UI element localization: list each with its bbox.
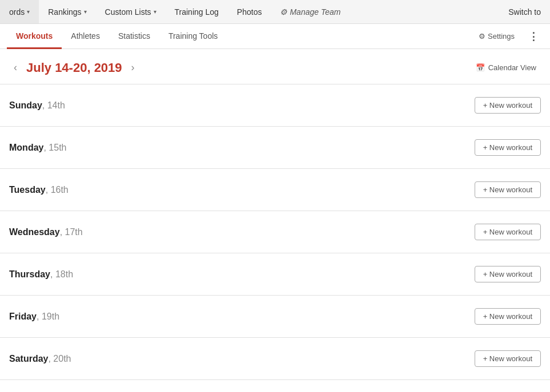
gear-icon: ⚙ — [280, 7, 287, 17]
new-workout-button-wednesday[interactable]: + New workout — [475, 224, 541, 240]
day-row-friday: Friday, 19th+ New workout — [0, 296, 550, 338]
day-row-sunday: Sunday, 14th+ New workout — [0, 84, 550, 127]
day-name-monday: Monday, 15th — [9, 143, 66, 153]
switch-to-label[interactable]: Switch to — [499, 0, 550, 23]
day-row-monday: Monday, 15th+ New workout — [0, 127, 550, 169]
top-nav: ords ▾ Rankings ▾ Custom Lists ▾ Trainin… — [0, 0, 550, 24]
day-name-friday: Friday, 19th — [9, 312, 59, 322]
more-icon: ⋮ — [528, 31, 539, 42]
day-num-tuesday: , 16th — [46, 185, 69, 195]
tab-label-athletes: Athletes — [71, 31, 100, 41]
day-num-monday: , 15th — [43, 143, 66, 152]
week-title: July 14-20, 2019 — [26, 60, 122, 75]
nav-label-rankings: Rankings — [48, 7, 81, 17]
new-workout-button-friday[interactable]: + New workout — [475, 308, 541, 325]
day-num-friday: , 19th — [37, 312, 59, 321]
nav-item-rankings[interactable]: Rankings ▾ — [39, 0, 95, 23]
nav-label-manage-team: Manage Team — [290, 7, 340, 17]
week-header: ‹ July 14-20, 2019 › 📅 Calendar View — [0, 49, 550, 84]
prev-week-button[interactable]: ‹ — [9, 59, 22, 76]
rankings-arrow-icon: ▾ — [84, 9, 87, 15]
next-week-button[interactable]: › — [127, 59, 139, 76]
new-workout-button-saturday[interactable]: + New workout — [475, 350, 541, 367]
custom-lists-arrow-icon: ▾ — [154, 9, 156, 15]
day-num-wednesday: , 17th — [60, 227, 83, 237]
sub-nav-right: ⚙ Settings ⋮ — [474, 28, 543, 45]
tab-label-workouts: Workouts — [16, 31, 53, 41]
nav-item-manage-team[interactable]: ⚙ Manage Team — [271, 0, 350, 23]
more-button[interactable]: ⋮ — [524, 28, 543, 45]
new-workout-button-monday[interactable]: + New workout — [475, 139, 541, 156]
day-name-wednesday: Wednesday, 17th — [9, 227, 83, 237]
sub-nav: Workouts Athletes Statistics Training To… — [0, 24, 550, 49]
nav-item-photos[interactable]: Photos — [228, 0, 271, 23]
settings-button[interactable]: ⚙ Settings — [474, 30, 519, 43]
new-workout-button-tuesday[interactable]: + New workout — [475, 181, 541, 198]
day-rows-container: Sunday, 14th+ New workoutMonday, 15th+ N… — [0, 84, 550, 380]
tab-label-training-tools: Training Tools — [168, 31, 218, 41]
settings-gear-icon: ⚙ — [479, 32, 485, 41]
nav-label-photos: Photos — [237, 7, 262, 17]
day-name-sunday: Sunday, 14th — [9, 100, 65, 111]
day-name-thursday: Thursday, 18th — [9, 269, 73, 280]
tab-workouts[interactable]: Workouts — [7, 25, 62, 49]
day-row-saturday: Saturday, 20th+ New workout — [0, 338, 550, 380]
day-num-thursday: , 18th — [50, 269, 73, 279]
nav-item-custom-lists[interactable]: Custom Lists ▾ — [96, 0, 166, 23]
day-row-tuesday: Tuesday, 16th+ New workout — [0, 169, 550, 211]
day-num-saturday: , 20th — [48, 354, 71, 363]
nav-item-training-log[interactable]: Training Log — [166, 0, 228, 23]
new-workout-button-thursday[interactable]: + New workout — [475, 266, 541, 282]
nav-label-training-log: Training Log — [175, 7, 219, 17]
day-name-tuesday: Tuesday, 16th — [9, 185, 69, 195]
tab-statistics[interactable]: Statistics — [109, 25, 159, 49]
tab-label-statistics: Statistics — [118, 31, 150, 41]
day-name-saturday: Saturday, 20th — [9, 354, 71, 364]
nav-item-records[interactable]: ords ▾ — [0, 0, 39, 23]
records-arrow-icon: ▾ — [27, 9, 30, 15]
tab-training-tools[interactable]: Training Tools — [159, 25, 227, 49]
calendar-view-label: Calendar View — [488, 63, 536, 72]
new-workout-button-sunday[interactable]: + New workout — [475, 97, 541, 114]
nav-label-custom-lists: Custom Lists — [105, 7, 151, 17]
day-num-sunday: , 14th — [42, 100, 65, 110]
tab-athletes[interactable]: Athletes — [62, 25, 109, 49]
calendar-view-button[interactable]: 📅 Calendar View — [471, 61, 541, 74]
settings-label: Settings — [488, 32, 515, 41]
day-row-wednesday: Wednesday, 17th+ New workout — [0, 211, 550, 253]
day-row-thursday: Thursday, 18th+ New workout — [0, 253, 550, 296]
calendar-icon: 📅 — [476, 63, 485, 72]
nav-label-records: ords — [9, 7, 25, 17]
